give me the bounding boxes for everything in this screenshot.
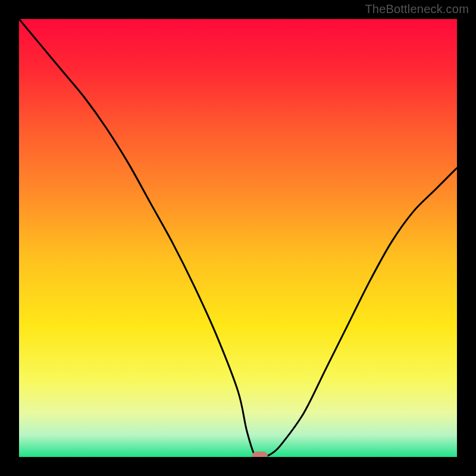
plot-area <box>19 19 457 457</box>
chart-frame: TheBottleneck.com <box>0 0 476 476</box>
watermark-text: TheBottleneck.com <box>365 2 469 16</box>
optimum-marker <box>252 452 268 457</box>
bottleneck-chart <box>19 19 457 457</box>
